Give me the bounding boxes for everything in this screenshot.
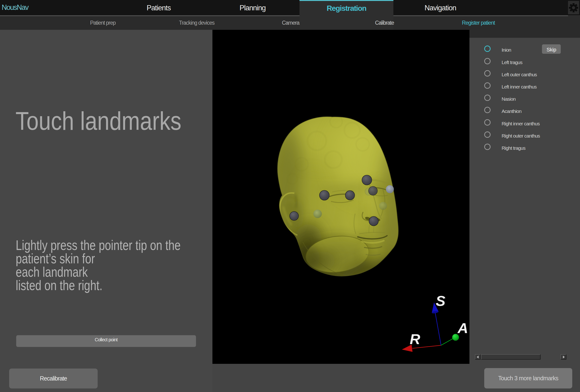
svg-text:S: S <box>436 293 445 309</box>
svg-text:R: R <box>410 331 420 347</box>
svg-text:A: A <box>457 320 468 336</box>
